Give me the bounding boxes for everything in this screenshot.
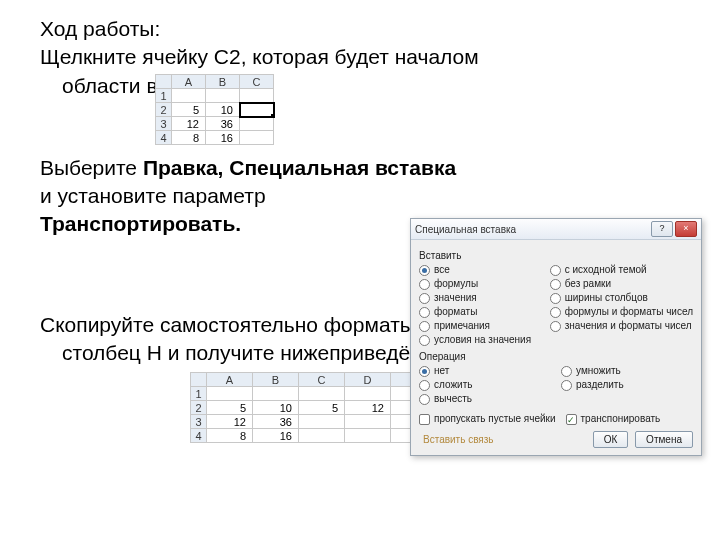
skip-blanks-checkbox[interactable]: пропускать пустые ячейки (419, 412, 556, 426)
col-header[interactable]: B (206, 75, 240, 89)
cell[interactable] (206, 89, 240, 103)
radio-icon (561, 366, 572, 377)
cell[interactable]: 12 (345, 401, 391, 415)
col-header[interactable]: A (172, 75, 206, 89)
cell[interactable]: 8 (207, 429, 253, 443)
transpose-label: транспонировать (581, 412, 661, 426)
row-header[interactable]: 3 (156, 117, 172, 131)
radio-icon (550, 293, 561, 304)
radio-icon (419, 279, 430, 290)
cell[interactable] (172, 89, 206, 103)
row-header[interactable]: 1 (191, 387, 207, 401)
col-header[interactable]: C (299, 373, 345, 387)
radio-icon (550, 307, 561, 318)
radio-label: ширины столбцов (565, 291, 648, 305)
radio-option[interactable]: вычесть (419, 392, 551, 406)
cell[interactable]: 10 (206, 103, 240, 117)
radio-option[interactable]: все (419, 263, 540, 277)
radio-option[interactable]: примечания (419, 319, 540, 333)
cell[interactable] (345, 429, 391, 443)
radio-option[interactable]: формулы (419, 277, 540, 291)
choose-line: Выберите Правка, Специальная вставка (40, 155, 680, 181)
cell[interactable] (345, 415, 391, 429)
radio-option[interactable]: разделить (561, 378, 693, 392)
transpose-checkbox[interactable]: транспонировать (566, 412, 694, 426)
radio-icon (419, 394, 430, 405)
col-header[interactable]: C (240, 75, 274, 89)
radio-icon (419, 380, 430, 391)
cell[interactable] (299, 415, 345, 429)
radio-option[interactable]: ширины столбцов (550, 291, 693, 305)
select-all-corner[interactable] (191, 373, 207, 387)
cell[interactable]: 12 (207, 415, 253, 429)
radio-option[interactable]: нет (419, 364, 551, 378)
paste-special-dialog: Специальная вставка ? × Вставить всеформ… (410, 218, 702, 456)
radio-icon (419, 366, 430, 377)
cell[interactable] (299, 429, 345, 443)
help-icon[interactable]: ? (651, 221, 673, 237)
cell[interactable]: 10 (253, 401, 299, 415)
row-header[interactable]: 4 (191, 429, 207, 443)
cell[interactable] (240, 103, 274, 117)
radio-label: с исходной темой (565, 263, 647, 277)
radio-option[interactable]: формулы и форматы чисел (550, 305, 693, 319)
radio-option[interactable]: значения и форматы чисел (550, 319, 693, 333)
radio-option[interactable]: с исходной темой (550, 263, 693, 277)
spreadsheet-1: ABC12510312364816 (155, 74, 274, 150)
heading: Ход работы: (40, 16, 680, 42)
cell[interactable]: 36 (206, 117, 240, 131)
radio-label: примечания (434, 319, 490, 333)
radio-icon (419, 321, 430, 332)
radio-icon (550, 321, 561, 332)
paste-section-label: Вставить (419, 250, 693, 261)
row-header[interactable]: 1 (156, 89, 172, 103)
radio-icon (419, 307, 430, 318)
col-header[interactable]: A (207, 373, 253, 387)
row-header[interactable]: 3 (191, 415, 207, 429)
radio-icon (419, 265, 430, 276)
radio-option[interactable]: сложить (419, 378, 551, 392)
row-header[interactable]: 4 (156, 131, 172, 145)
cell[interactable]: 16 (253, 429, 299, 443)
radio-option[interactable]: форматы (419, 305, 540, 319)
cell[interactable]: 5 (172, 103, 206, 117)
dialog-title: Специальная вставка (415, 224, 651, 235)
cell[interactable]: 12 (172, 117, 206, 131)
col-header[interactable]: B (253, 373, 299, 387)
radio-option[interactable]: значения (419, 291, 540, 305)
radio-option[interactable]: без рамки (550, 277, 693, 291)
cell[interactable] (299, 387, 345, 401)
operation-section-label: Операция (419, 351, 693, 362)
cell[interactable] (240, 131, 274, 145)
cell[interactable] (240, 117, 274, 131)
cell[interactable]: 5 (299, 401, 345, 415)
ok-button[interactable]: ОК (593, 431, 629, 448)
close-icon[interactable]: × (675, 221, 697, 237)
radio-icon (419, 293, 430, 304)
cell[interactable] (207, 387, 253, 401)
cell[interactable] (345, 387, 391, 401)
row-header[interactable]: 2 (191, 401, 207, 415)
cell[interactable]: 5 (207, 401, 253, 415)
radio-label: все (434, 263, 450, 277)
radio-icon (561, 380, 572, 391)
cell[interactable] (253, 387, 299, 401)
radio-label: умножить (576, 364, 621, 378)
dialog-titlebar: Специальная вставка ? × (411, 219, 701, 240)
cell[interactable]: 8 (172, 131, 206, 145)
radio-option[interactable]: условия на значения (419, 333, 540, 347)
cancel-button[interactable]: Отмена (635, 431, 693, 448)
radio-label: форматы (434, 305, 477, 319)
cell[interactable]: 16 (206, 131, 240, 145)
col-header[interactable]: D (345, 373, 391, 387)
cell[interactable] (240, 89, 274, 103)
radio-label: без рамки (565, 277, 611, 291)
select-all-corner[interactable] (156, 75, 172, 89)
radio-label: нет (434, 364, 449, 378)
row-header[interactable]: 2 (156, 103, 172, 117)
skip-blanks-label: пропускать пустые ячейки (434, 412, 556, 426)
paste-link-button[interactable]: Вставить связь (419, 432, 498, 447)
radio-option[interactable]: умножить (561, 364, 693, 378)
radio-label: вычесть (434, 392, 472, 406)
cell[interactable]: 36 (253, 415, 299, 429)
